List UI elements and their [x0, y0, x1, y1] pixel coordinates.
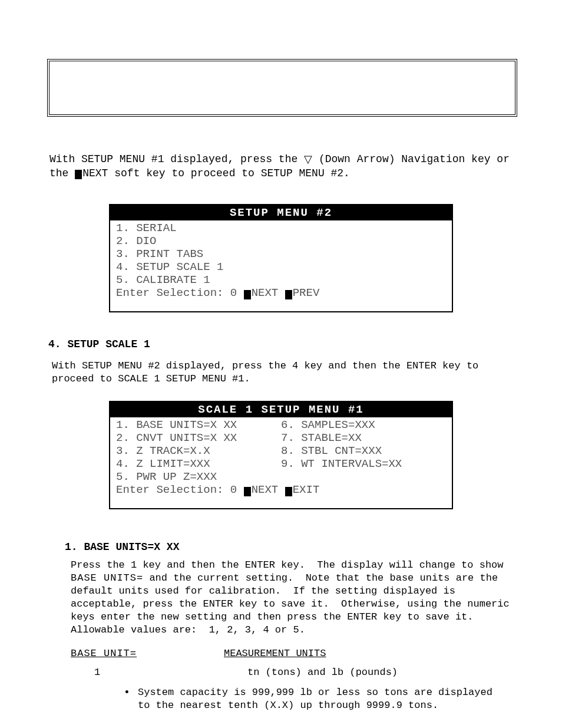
- setup-menu-2-screen: SETUP MENU #2 1. SERIAL 2. DIO 3. PRINT …: [109, 204, 453, 312]
- note-double-box: [47, 59, 517, 117]
- scale-1-setup-menu-screen: SCALE 1 SETUP MENU #1 1. BASE UNITS=X XX…: [109, 401, 453, 509]
- scale1-left-item: 1. BASE UNITS=X XX: [116, 419, 281, 431]
- scale1-right-item: 9. WT INTERVALS=XX: [281, 457, 446, 470]
- table-header-left: BASE UNIT=: [71, 647, 224, 660]
- scale1-right-item: 6. SAMPLES=XXX: [281, 419, 446, 431]
- item-paragraph: Press the 1 key and then the ENTER key. …: [47, 555, 515, 640]
- enter-selection-value: 0: [230, 483, 237, 496]
- table-header-right: MEASUREMENT UNITS: [224, 647, 326, 660]
- scale1-right-item: 7. STABLE=XX: [281, 431, 446, 444]
- prev-softkey[interactable]: PREV: [285, 286, 320, 299]
- intro-text-3: soft key to proceed to SETUP MENU #2.: [108, 167, 349, 179]
- scale1-left-item: 2. CNVT UNITS=X XX: [116, 431, 281, 444]
- intro-paragraph: With SETUP MENU #1 displayed, press the …: [47, 152, 515, 192]
- intro-text-1: With SETUP MENU #1 displayed, press the: [49, 153, 304, 165]
- scale1-left-item: 4. Z LIMIT=XXX: [116, 457, 281, 470]
- menu2-item: 1. SERIAL: [116, 222, 446, 235]
- menu2-item: 3. PRINT TABS: [116, 248, 446, 261]
- table-cell-right: tn (tons) and lb (pounds): [247, 666, 398, 679]
- base-units-label: BASE UNITS=: [71, 572, 143, 584]
- item-heading: 1. BASE UNITS=X XX: [47, 531, 515, 555]
- triangle-down-icon: ▽: [304, 152, 312, 166]
- scale1-left-item: 5. PWR UP Z=XXX: [116, 470, 281, 483]
- menu2-item: 4. SETUP SCALE 1: [116, 261, 446, 274]
- enter-selection-label: Enter Selection:: [116, 483, 223, 496]
- next-softkey[interactable]: NEXT: [244, 286, 279, 299]
- section-heading: 4. SETUP SCALE 1: [47, 334, 515, 356]
- scale1-left-item: 3. Z TRACK=X.X: [116, 444, 281, 457]
- table-cell-left: 1: [71, 666, 247, 679]
- next-softkey-icon: NEXT: [75, 166, 108, 180]
- exit-softkey[interactable]: EXIT: [285, 483, 320, 496]
- next-softkey[interactable]: NEXT: [244, 483, 279, 496]
- menu2-item: 2. DIO: [116, 235, 446, 248]
- enter-selection-label: Enter Selection:: [116, 286, 223, 299]
- menu2-item: 5. CALIBRATE 1: [116, 274, 446, 286]
- scale1-right-item: 8. STBL CNT=XXX: [281, 444, 446, 457]
- scale-1-menu-title: SCALE 1 SETUP MENU #1: [110, 402, 452, 417]
- section-text: With SETUP MENU #2 displayed, press the …: [47, 356, 515, 389]
- bullet-text: System capacity is 999,999 lb or less so…: [138, 686, 510, 712]
- setup-menu-2-title: SETUP MENU #2: [110, 205, 452, 220]
- enter-selection-value: 0: [230, 286, 237, 299]
- bullet-icon: •: [124, 686, 138, 712]
